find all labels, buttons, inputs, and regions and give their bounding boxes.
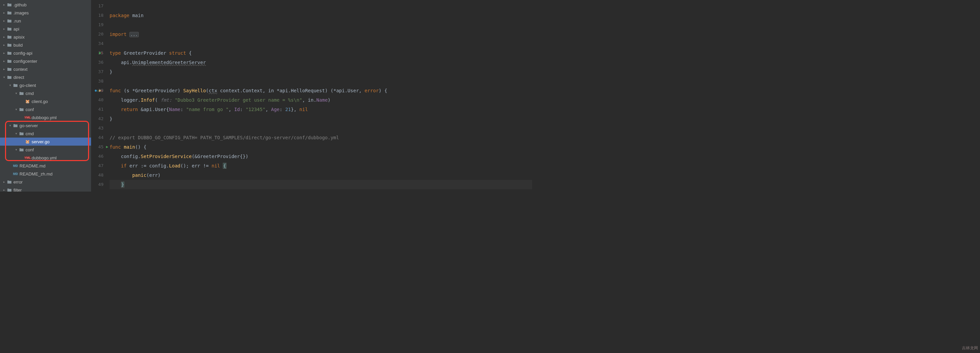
tree-item-label: .images xyxy=(13,10,29,16)
code-line-46[interactable]: config.SetProviderService(&GreeterProvid… xyxy=(110,152,532,161)
code-line-17[interactable] xyxy=(110,2,532,11)
gutter-line-41[interactable]: 41 xyxy=(91,105,103,114)
code-line-39[interactable]: func (s *GreeterProvider) SayHello(ctx c… xyxy=(110,86,532,95)
code-line-47[interactable]: if err := config.Load(); err != nil { xyxy=(110,161,532,171)
token: (s * xyxy=(124,88,135,93)
code-line-38[interactable] xyxy=(110,76,532,86)
chevron-right-icon[interactable]: ▸ xyxy=(2,35,6,39)
chevron-down-icon[interactable]: ▾ xyxy=(8,84,12,87)
code-line-50[interactable]: select {} xyxy=(110,189,532,192)
gutter-line-17[interactable]: 17 xyxy=(91,2,103,11)
code-line-18[interactable]: package main xyxy=(110,11,532,20)
chevron-right-icon[interactable]: ▸ xyxy=(2,59,6,63)
code-area[interactable]: package mainimport ...type GreeterProvid… xyxy=(110,0,532,192)
tree-item-api[interactable]: ▸api xyxy=(0,25,91,33)
code-line-44[interactable]: // export DUBBO_GO_CONFIG_PATH= PATH_TO_… xyxy=(110,133,532,142)
tree-item-cmd[interactable]: ▾cmd xyxy=(0,89,91,97)
gutter-line-39[interactable]: 39●↓●↓ xyxy=(91,86,103,95)
gutter-line-18[interactable]: 18 xyxy=(91,11,103,20)
code-line-20[interactable]: import ... xyxy=(110,30,532,39)
tree-item-filter[interactable]: ▸filter xyxy=(0,186,91,192)
code-line-36[interactable]: api.UnimplementedGreeterServer xyxy=(110,58,532,67)
gutter-line-42[interactable]: 42 xyxy=(91,114,103,123)
gutter-line-34[interactable]: 34 xyxy=(91,39,103,48)
gutter-line-35[interactable]: 35●↑ xyxy=(91,48,103,58)
tree-item-dubbogo-yml[interactable]: YMLdubbogo.yml xyxy=(0,154,91,162)
tree-item-client-go[interactable]: 🐹client.go xyxy=(0,97,91,105)
chevron-down-icon[interactable]: ▾ xyxy=(14,148,18,151)
tree-item-label: .run xyxy=(13,19,21,24)
gutter-line-44[interactable]: 44 xyxy=(91,133,103,142)
tree-item-conf[interactable]: ▾conf xyxy=(0,146,91,154)
token: main xyxy=(132,13,143,18)
tree-item-apisix[interactable]: ▸apisix xyxy=(0,33,91,41)
tree-item-readme-md[interactable]: MDREADME.md xyxy=(0,162,91,170)
gutter-line-38[interactable]: 38 xyxy=(91,76,103,86)
run-icon[interactable]: ▶ xyxy=(106,142,108,152)
project-tree[interactable]: ▸.github▸.images▸.run▸api▸apisix▸build▸c… xyxy=(0,0,91,192)
chevron-down-icon[interactable]: ▾ xyxy=(8,124,12,127)
tree-item-go-client[interactable]: ▾go-client xyxy=(0,81,91,89)
code-line-48[interactable]: panic(err) xyxy=(110,171,532,180)
tree-item-direct[interactable]: ▾direct xyxy=(0,73,91,81)
token: fmt: xyxy=(161,97,175,103)
gutter-line-49[interactable]: 49 xyxy=(91,180,103,189)
token: "Dubbo3 GreeterProvider get user name = … xyxy=(175,97,302,103)
tree-item-label: config-api xyxy=(13,51,32,56)
code-line-45[interactable]: func main() { xyxy=(110,142,532,152)
code-line-37[interactable]: } xyxy=(110,67,532,76)
gutter[interactable]: 171819203435●↑36373839●↓●↓404142434445▶4… xyxy=(91,0,110,192)
chevron-right-icon[interactable]: ▸ xyxy=(2,3,6,6)
code-line-19[interactable] xyxy=(110,20,532,30)
chevron-right-icon[interactable]: ▸ xyxy=(2,188,6,192)
gutter-line-40[interactable]: 40 xyxy=(91,95,103,105)
tree-item-config-api[interactable]: ▸config-api xyxy=(0,49,91,57)
tree-item-dubbogo-yml[interactable]: YMLdubbogo.yml xyxy=(0,113,91,122)
tree-item-cmd[interactable]: ▾cmd xyxy=(0,130,91,138)
chevron-right-icon[interactable]: ▸ xyxy=(2,180,6,184)
code-line-49[interactable]: } xyxy=(110,180,532,189)
tree-item--run[interactable]: ▸.run xyxy=(0,17,91,25)
gutter-line-45[interactable]: 45▶ xyxy=(91,142,103,152)
gutter-line-47[interactable]: 47 xyxy=(91,161,103,171)
tree-item--github[interactable]: ▸.github xyxy=(0,1,91,9)
code-line-34[interactable] xyxy=(110,39,532,48)
tree-item--images[interactable]: ▸.images xyxy=(0,9,91,17)
code-line-42[interactable]: } xyxy=(110,114,532,123)
code-line-35[interactable]: type GreeterProvider struct { xyxy=(110,48,532,58)
gutter-line-46[interactable]: 46 xyxy=(91,152,103,161)
tree-item-build[interactable]: ▸build xyxy=(0,41,91,49)
chevron-right-icon[interactable]: ▸ xyxy=(2,51,6,55)
token: GreeterProvider xyxy=(197,154,240,159)
code-line-40[interactable]: logger.Infof( fmt: "Dubbo3 GreeterProvid… xyxy=(110,95,532,105)
gutter-line-37[interactable]: 37 xyxy=(91,67,103,76)
chevron-down-icon[interactable]: ▾ xyxy=(14,92,18,95)
gutter-line-48[interactable]: 48 xyxy=(91,171,103,180)
gutter-line-20[interactable]: 20 xyxy=(91,30,103,39)
code-editor[interactable]: 171819203435●↑36373839●↓●↓404142434445▶4… xyxy=(91,0,532,192)
gutter-line-43[interactable]: 43 xyxy=(91,123,103,133)
tree-item-server-go[interactable]: 🐹server.go xyxy=(0,138,91,146)
gutter-line-36[interactable]: 36 xyxy=(91,58,103,67)
gutter-line-19[interactable]: 19 xyxy=(91,20,103,30)
folder-icon xyxy=(7,42,12,47)
code-line-43[interactable] xyxy=(110,123,532,133)
chevron-right-icon[interactable]: ▸ xyxy=(2,67,6,71)
token: { xyxy=(166,107,169,112)
tree-item-readme-zh-md[interactable]: MDREADME_zh.md xyxy=(0,170,91,178)
chevron-right-icon[interactable]: ▸ xyxy=(2,19,6,22)
gutter-line-50[interactable]: 50 xyxy=(91,189,103,192)
chevron-down-icon[interactable]: ▾ xyxy=(14,132,18,135)
token: return xyxy=(121,107,141,112)
chevron-down-icon[interactable]: ▾ xyxy=(2,76,6,79)
chevron-right-icon[interactable]: ▸ xyxy=(2,11,6,14)
code-line-41[interactable]: return &api.User{Name: "name from go ", … xyxy=(110,105,532,114)
tree-item-conf[interactable]: ▾conf xyxy=(0,105,91,113)
chevron-right-icon[interactable]: ▸ xyxy=(2,43,6,47)
tree-item-go-server[interactable]: ▾go-server xyxy=(0,122,91,130)
tree-item-configcenter[interactable]: ▸configcenter xyxy=(0,57,91,65)
tree-item-context[interactable]: ▸context xyxy=(0,65,91,73)
chevron-down-icon[interactable]: ▾ xyxy=(14,108,18,111)
tree-item-error[interactable]: ▸error xyxy=(0,178,91,186)
chevron-right-icon[interactable]: ▸ xyxy=(2,27,6,30)
